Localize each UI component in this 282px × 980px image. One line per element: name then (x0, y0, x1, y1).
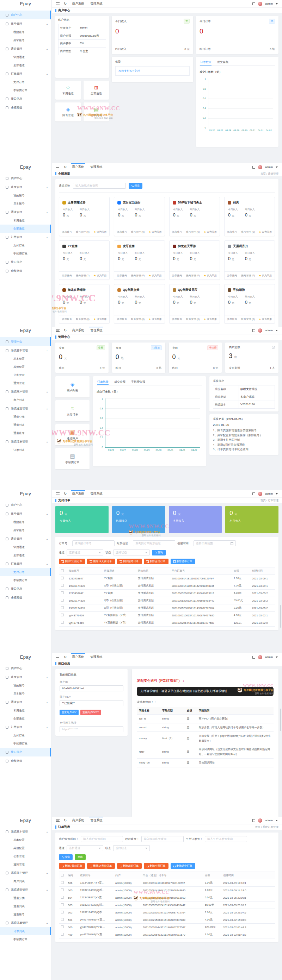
sidebar-item[interactable]: 支付订单 (0, 568, 51, 576)
manage-account-link[interactable]: 账号管理 (0) (186, 318, 200, 321)
chevron-down-icon[interactable] (276, 493, 278, 495)
row-checkbox[interactable] (61, 584, 64, 587)
sidebar-item[interactable]: 公告管理 (0, 371, 51, 379)
sidebar-item[interactable]: 通道管理 ▴ (0, 698, 51, 706)
sidebar-item[interactable]: 通道账号 (0, 910, 51, 918)
sidebar-item[interactable]: 全部通道 (0, 551, 51, 559)
sidebar-item[interactable]: 商户中心 (0, 174, 51, 183)
chart-tab[interactable]: 成交金额 (114, 379, 125, 385)
sidebar-item[interactable]: 订单管理 ▴ (0, 69, 51, 78)
scrollbar[interactable] (280, 709, 281, 731)
sidebar-item[interactable]: 余额充值 (0, 266, 51, 275)
username[interactable]: admin (265, 819, 273, 822)
add-account-link[interactable]: 添加账号 (172, 318, 182, 321)
shortcut-card[interactable]: ◈ 账号管理 (55, 102, 81, 121)
tab-merchant-system[interactable]: 商户系统 (71, 327, 85, 334)
sidebar-item[interactable]: 支付订单 (0, 732, 51, 740)
delete-orders-button[interactable]: 删除超时订单 (117, 558, 142, 564)
sidebar-item[interactable]: 异常账号 (0, 526, 51, 535)
sidebar-item[interactable]: 我的账号 (0, 28, 51, 36)
sidebar-item[interactable]: 常用通道 (0, 543, 51, 551)
set-favorite-link[interactable]: ★ 设为常用 (149, 230, 162, 234)
row-checkbox[interactable] (61, 614, 64, 616)
row-checkbox[interactable] (61, 926, 64, 928)
channel-search-input[interactable]: 输入游戏名称查询 (73, 183, 126, 189)
add-account-link[interactable]: 添加账号 (62, 274, 72, 277)
sidebar-item[interactable]: 账号管理 ▴ (0, 183, 51, 191)
row-checkbox[interactable] (61, 933, 64, 935)
sidebar-item[interactable]: 订单管理 ▴ (0, 233, 51, 242)
gateway-input[interactable]: http://******** (59, 726, 123, 732)
sidebar-item[interactable]: 余额充值 (0, 593, 51, 602)
merchant-id-input[interactable]: 输入商户账号或ID (81, 836, 123, 842)
shortcut-card[interactable]: ▤ 订单列表 (83, 102, 109, 121)
sidebar-item[interactable]: 系统基本管理 ▴ (0, 827, 51, 836)
collapse-menu-icon[interactable] (56, 656, 59, 658)
sidebar-item[interactable]: 订单管理 ▴ (0, 559, 51, 568)
extra-info-input[interactable]: 查询的订单附加信息 (133, 540, 175, 546)
search-button[interactable]: 搜索 (129, 183, 143, 189)
sidebar-item[interactable]: 常用通道 (0, 216, 51, 224)
manage-account-link[interactable]: 账号管理 (0) (131, 318, 145, 321)
sidebar-item[interactable]: 通道列表 (0, 902, 51, 910)
row-checkbox[interactable] (61, 577, 64, 579)
reset-key-button[interactable]: 重置商户KEY (59, 710, 79, 715)
avatar[interactable] (258, 492, 262, 496)
row-checkbox[interactable] (61, 911, 64, 913)
username[interactable]: admin (265, 165, 273, 169)
refresh-icon[interactable]: ↻ (64, 819, 67, 822)
manage-account-link[interactable]: 账号管理 (0) (186, 230, 200, 234)
sidebar-item[interactable]: 系统商户管理 ▴ (0, 387, 51, 396)
sidebar-item[interactable]: 余额充值 (0, 756, 51, 765)
sidebar-item[interactable]: 全部通道 (0, 714, 51, 723)
set-favorite-link[interactable]: ★ 设为常用 (93, 318, 106, 321)
delete-orders-button[interactable]: 删除14天前订单 (87, 863, 115, 869)
set-favorite-link[interactable]: ★ 设为常用 (259, 230, 272, 234)
sidebar-item[interactable]: 系统商户管理 ▴ (0, 869, 51, 877)
add-account-link[interactable]: 添加账号 (172, 274, 182, 277)
sidebar-item[interactable]: 商户中心 (0, 664, 51, 673)
row-checkbox[interactable] (61, 621, 64, 624)
platform-order-input[interactable]: 输入平台订单号查询 (205, 836, 247, 842)
shortcut-card[interactable]: ⊞ 全部通道 (83, 81, 109, 100)
delete-orders-button[interactable]: 删除全部订单 (144, 558, 168, 564)
sidebar-item[interactable]: 系统通道管理 ▴ (0, 885, 51, 894)
sidebar-item[interactable]: 通道管理 ▴ (0, 45, 51, 53)
sidebar-item[interactable]: 通道列表 (0, 421, 51, 429)
add-account-link[interactable]: 添加账号 (228, 318, 237, 321)
tab-merchant-system[interactable]: 商户系统 (71, 653, 85, 661)
sidebar-item[interactable]: 通道管理 ▴ (0, 208, 51, 216)
set-favorite-link[interactable]: ★ 设为常用 (149, 274, 162, 277)
status-select[interactable]: 选择状态 (113, 549, 150, 555)
sidebar-item[interactable]: 通道管理 ▴ (0, 535, 51, 543)
avatar[interactable] (258, 818, 262, 822)
add-account-link[interactable]: 添加账号 (172, 230, 182, 234)
row-checkbox[interactable] (61, 606, 64, 609)
sidebar-item[interactable]: 常用通道 (0, 53, 51, 61)
sidebar-item[interactable]: 支付订单 (0, 78, 51, 86)
account-input[interactable]: 输入收款账号查询 (141, 836, 184, 842)
avatar[interactable] (258, 328, 262, 332)
sidebar-item[interactable]: 账号管理 ▴ (0, 673, 51, 681)
sidebar-item[interactable]: 公告管理 (0, 852, 51, 860)
query-button[interactable]: 查询 (152, 550, 166, 555)
collapse-menu-icon[interactable] (56, 2, 59, 5)
chevron-down-icon[interactable] (276, 820, 278, 821)
merchant-key-input[interactable]: **已隐藏** (59, 700, 123, 706)
add-account-link[interactable]: 添加账号 (117, 230, 127, 234)
sidebar-item[interactable]: 账号管理 ▴ (0, 19, 51, 28)
tab-merchant-system[interactable]: 商户系统 (71, 0, 85, 7)
channel-select[interactable]: 选择通道 (67, 845, 103, 851)
fullscreen-icon[interactable] (252, 656, 255, 659)
quick-menu-card[interactable]: ◈ 商户列表 (55, 376, 90, 398)
manage-account-link[interactable]: 账号管理 (0) (241, 274, 255, 277)
add-account-link[interactable]: 添加账号 (62, 230, 72, 234)
sidebar-item[interactable]: 全部通道 (0, 224, 51, 233)
add-account-link[interactable]: 添加账号 (228, 230, 237, 234)
set-favorite-link[interactable]: ★ 设为常用 (93, 230, 106, 234)
manage-account-link[interactable]: 账号管理 (0) (131, 230, 145, 234)
sidebar-item[interactable]: 其他配置 (0, 363, 51, 371)
sidebar-item[interactable]: 基本配置 (0, 836, 51, 844)
sidebar-item[interactable]: 常用通道 (0, 706, 51, 714)
sidebar-item[interactable]: 商户中心 (0, 501, 51, 509)
